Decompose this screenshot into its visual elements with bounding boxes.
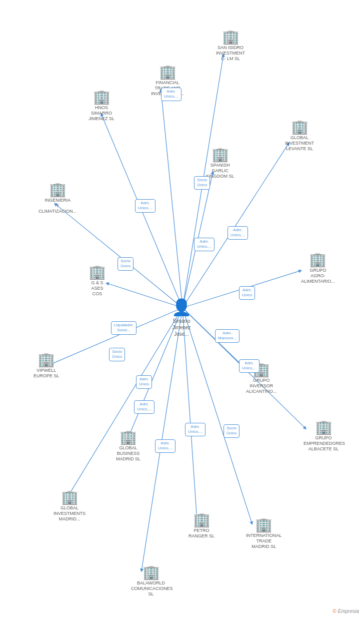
- role-badge-r11[interactable]: Adm.Unico,...: [239, 359, 260, 373]
- node-label: HNOSSIMARROJIMENEZ SL: [88, 105, 114, 121]
- company-node-hnos_simarro: 🏢 HNOSSIMARROJIMENEZ SL: [88, 90, 114, 121]
- svg-line-1: [161, 89, 182, 308]
- building-icon: 🏢: [255, 518, 272, 532]
- node-label: GRUPOINVERSORALICANTINO...: [246, 378, 277, 394]
- svg-line-13: [182, 308, 197, 519]
- node-label: INGENIERIAYCLIMATIZACION...: [38, 198, 76, 214]
- node-label: VIPWELLEUROPE SL: [34, 368, 60, 379]
- role-badge-r1[interactable]: Adm.Unico,...: [135, 199, 156, 213]
- building-icon: 🏢: [212, 148, 229, 162]
- role-badge-r8[interactable]: Liquidador,Socio...: [111, 321, 136, 335]
- node-label: SPANISHGARLICKINGDOM SL: [206, 163, 234, 179]
- center-person: 👤 SimarroJimenezJose...: [172, 298, 192, 337]
- building-icon: 🏢: [49, 183, 66, 197]
- building-icon: 🏢: [93, 90, 110, 104]
- building-icon: 🏢: [222, 30, 240, 44]
- graph-container: 👤 SimarroJimenezJose... 🏢 SAN ISIDROINVE…: [0, 0, 364, 618]
- building-icon: 🏢: [88, 265, 106, 279]
- center-label: SimarroJimenezJose...: [172, 318, 190, 337]
- role-badge-r7[interactable]: Adm.Unico: [239, 286, 255, 300]
- role-badge-r4[interactable]: Adm.Unico,...: [194, 238, 214, 251]
- building-icon: 🏢: [159, 65, 176, 79]
- node-label: GLOBALBUSINESSMADRID SL: [116, 445, 140, 461]
- node-label: INTERNATIONALTRADEMADRID SL: [246, 533, 282, 549]
- node-label: PETRORANGER SL: [188, 528, 214, 539]
- role-badge-r10[interactable]: Adm.Mancom...: [215, 329, 240, 343]
- company-node-g_s_ases: 🏢 G & SASESCOS: [88, 265, 106, 296]
- role-badge-r16[interactable]: Adm.Unico,...: [155, 439, 176, 453]
- role-badge-r5[interactable]: Adm.Unico,...: [228, 226, 248, 240]
- building-icon: 🏢: [193, 513, 210, 527]
- building-icon: 🏢: [315, 420, 332, 434]
- building-icon: 🏢: [142, 565, 160, 579]
- node-label: GLOBALINVESTMENTLEVANTE SL: [285, 135, 314, 151]
- person-icon: 👤: [172, 298, 192, 317]
- company-node-international_trade_madrid: 🏢 INTERNATIONALTRADEMADRID SL: [246, 518, 282, 549]
- building-icon: 🏢: [120, 430, 137, 444]
- node-label: GLOBALINVESTMENTSMADRID...: [54, 505, 86, 521]
- company-node-ingenieria: 🏢 INGENIERIAYCLIMATIZACION...: [38, 183, 76, 214]
- role-badge-r2[interactable]: Adm.Unico,...: [161, 88, 182, 101]
- company-node-balaworld: 🏢 BALAWORLDCOMUNICACIONESSL: [131, 565, 171, 596]
- role-badge-r14[interactable]: Adm.Unico,...: [185, 423, 206, 436]
- node-label: GRUPOAGRO-ALIMENTARIO...: [301, 268, 335, 284]
- role-badge-r3[interactable]: SocioÚnico: [194, 176, 210, 190]
- node-label: G & SASESCOS: [91, 280, 103, 296]
- node-label: BALAWORLDCOMUNICACIONESSL: [131, 580, 171, 596]
- company-node-global_investments_madrid: 🏢 GLOBALINVESTMENTSMADRID...: [54, 490, 86, 521]
- company-node-global_investment_levante: 🏢 GLOBALINVESTMENTLEVANTE SL: [285, 120, 314, 151]
- svg-line-5: [54, 203, 182, 308]
- building-icon: 🏢: [38, 353, 55, 367]
- svg-line-12: [67, 308, 182, 498]
- role-badge-r12[interactable]: Adm.Unico: [136, 375, 152, 389]
- node-label: GRUPOEMPRENDEDORESALBACETE SL: [304, 435, 344, 451]
- node-label: SAN ISIDROINVESTMENTC- LM SL: [216, 45, 245, 61]
- role-badge-r15[interactable]: SocioÚnico: [224, 424, 240, 438]
- building-icon: 🏢: [61, 490, 78, 504]
- company-node-grupo_emprendedores: 🏢 GRUPOEMPRENDEDORESALBACETE SL: [304, 420, 344, 451]
- role-badge-r13[interactable]: Adm.Unico,...: [134, 400, 154, 414]
- company-node-vipwell_europe: 🏢 VIPWELLEUROPE SL: [34, 353, 60, 379]
- company-node-san_isidro: 🏢 SAN ISIDROINVESTMENTC- LM SL: [216, 30, 245, 61]
- role-badge-r6[interactable]: SocioÚnico: [118, 257, 134, 271]
- svg-line-4: [182, 143, 289, 308]
- company-node-spanish_garlic: 🏢 SPANISHGARLICKINGDOM SL: [206, 148, 234, 179]
- copyright: © Empresia: [333, 608, 359, 614]
- company-node-global_business_madrid: 🏢 GLOBALBUSINESSMADRID SL: [116, 430, 140, 461]
- role-badge-r9[interactable]: SocioÚnico: [109, 348, 125, 361]
- company-node-petro_ranger: 🏢 PETRORANGER SL: [188, 513, 214, 539]
- company-node-grupo_agroalimentario: 🏢 GRUPOAGRO-ALIMENTARIO...: [301, 253, 335, 284]
- building-icon: 🏢: [309, 253, 326, 267]
- building-icon: 🏢: [291, 120, 308, 134]
